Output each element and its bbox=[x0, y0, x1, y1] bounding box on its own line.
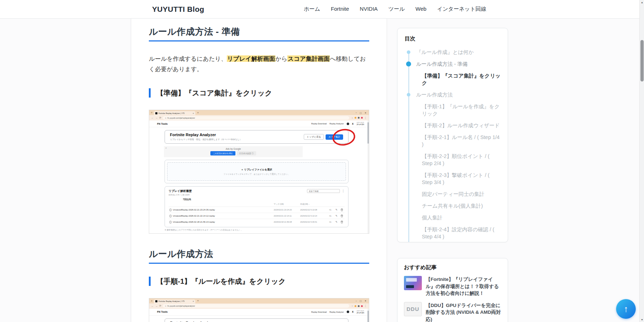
url-input[interactable]: ⊙ fn.yuyutti.com/ja/replayanalyzer bbox=[163, 116, 349, 120]
minimize-icon[interactable]: – bbox=[356, 300, 357, 302]
fn-tools-brand[interactable]: FN Tools bbox=[157, 311, 167, 313]
tab-close-icon[interactable]: × bbox=[192, 300, 194, 302]
history-menu-icon[interactable]: ⋮ bbox=[342, 189, 345, 193]
bookmark-icon[interactable]: ☆ bbox=[352, 305, 353, 307]
minimize-icon[interactable]: – bbox=[356, 112, 357, 114]
new-tab-icon[interactable]: + bbox=[197, 111, 199, 114]
forward-icon[interactable]: → bbox=[155, 305, 158, 307]
link-replay-download[interactable]: Replay Download bbox=[311, 123, 327, 125]
maximize-icon[interactable]: ▢ bbox=[360, 299, 362, 302]
page-scrollbar[interactable]: ▲ ▼ bbox=[639, 0, 644, 322]
delete-icon[interactable] bbox=[339, 208, 345, 212]
edit-icon[interactable]: ✎ bbox=[334, 221, 339, 223]
edit-icon[interactable]: ✎ bbox=[334, 214, 339, 217]
reload-icon[interactable]: ⟳ bbox=[159, 117, 161, 119]
maximize-icon[interactable]: ▢ bbox=[360, 112, 362, 114]
column-match-date[interactable]: マッチ日時 bbox=[274, 203, 300, 205]
nav-fortnite[interactable]: Fortnite bbox=[331, 6, 349, 13]
browser-tab[interactable]: Fortnite Replay Analyzer | YTI × bbox=[154, 111, 195, 115]
delete-icon[interactable] bbox=[339, 221, 345, 224]
forward-icon[interactable]: → bbox=[155, 117, 158, 119]
site-info-icon[interactable]: ⊙ bbox=[165, 305, 166, 307]
scrollbar-down-icon[interactable]: ▼ bbox=[640, 318, 644, 321]
language-toggle[interactable]: LANGUAGE JA ⇄ EN bbox=[356, 310, 364, 314]
delete-icon[interactable] bbox=[339, 214, 345, 218]
toc-item-individual[interactable]: 個人集計 bbox=[405, 214, 501, 221]
ad-settings-button[interactable]: 広告表示設定 ⓘ bbox=[237, 151, 256, 155]
page-scrollbar-thumb[interactable] bbox=[640, 40, 644, 81]
history-group-label: 7日以内 bbox=[183, 198, 345, 201]
history-search-input[interactable] bbox=[307, 189, 340, 193]
bookmark-icon[interactable]: ☆ bbox=[352, 117, 353, 119]
close-icon[interactable]: ✕ bbox=[365, 299, 366, 302]
embedded-scrollbar-thumb[interactable] bbox=[367, 122, 369, 144]
nav-web[interactable]: Web bbox=[415, 6, 426, 13]
toc-item-click-score[interactable]: 【準備】『スコア集計』をクリック bbox=[405, 72, 501, 86]
edit-icon[interactable]: ✎ bbox=[334, 208, 339, 211]
reload-icon[interactable]: ⟳ bbox=[159, 304, 161, 307]
toc-item-step1[interactable]: 【手順-1】『ルールを作成』をクリック bbox=[405, 103, 501, 117]
embedded-scrollbar[interactable] bbox=[367, 309, 369, 322]
subsection-step1-create-rule: 【手順-1】『ルールを作成』をクリック bbox=[149, 277, 369, 286]
nav-internet[interactable]: インターネット回線 bbox=[437, 6, 486, 13]
fn-tools-brand[interactable]: FN Tools bbox=[157, 123, 167, 125]
table-row[interactable]: UnsavedReplay-2026.02.21-23.24.35.replay… bbox=[169, 207, 345, 213]
toc-item-label: 【手順-2-2】順位ポイント / ( Step 2/4 ) bbox=[422, 153, 489, 166]
back-icon[interactable]: ← bbox=[151, 117, 154, 119]
browser-tab[interactable]: Fortnite Replay Analyzer | YTI × bbox=[154, 299, 195, 303]
blog-logo[interactable]: YUYUTTI Blog bbox=[152, 5, 204, 14]
nav-home[interactable]: ホーム bbox=[304, 6, 320, 13]
profile-avatar-icon[interactable] bbox=[361, 305, 363, 307]
toc-item-step2[interactable]: 【手順-2】ルール作成ウィザード bbox=[405, 122, 501, 129]
stop-ad-button[interactable]: この広告の表示を停止 bbox=[210, 151, 235, 155]
toc-item-step2-2[interactable]: 【手順-2-2】順位ポイント / ( Step 2/4 ) bbox=[405, 153, 501, 167]
link-replay-download[interactable]: Replay Download bbox=[311, 311, 327, 313]
link-replay-analyzer[interactable]: Replay Analyzer bbox=[330, 311, 344, 313]
tab-search-icon[interactable] bbox=[151, 112, 152, 113]
nav-nvidia[interactable]: NVIDIA bbox=[360, 6, 378, 13]
nav-tools[interactable]: ツール bbox=[389, 6, 405, 13]
score-aggregation-button[interactable]: スコア集計 bbox=[326, 134, 343, 140]
profile-avatar-icon[interactable] bbox=[361, 117, 363, 119]
scroll-to-top-button[interactable]: ↑ bbox=[616, 299, 636, 319]
site-info-icon[interactable]: ⊙ bbox=[165, 117, 166, 119]
toc-item-how-to[interactable]: ルール作成方法 bbox=[405, 91, 501, 98]
list-item[interactable]: 【Fortnite】『リプレイファイル』の保存場所とは！？取得する方法を初心者向… bbox=[404, 276, 501, 297]
toc-item-step2-3[interactable]: 【手順-2-3】撃破ポイント / ( Step 3/4 ) bbox=[405, 172, 501, 186]
table-row[interactable]: UnsavedReplay-2026.02.21-22.14.12.replay… bbox=[169, 213, 345, 219]
toc-item-fixed-party[interactable]: 固定パーティー同士の集計 bbox=[405, 190, 501, 198]
list-item[interactable]: DDU 【DDU】GPUドライバーを完全に削除する方法 (NVIDIA & AM… bbox=[404, 302, 501, 322]
extension-icon[interactable] bbox=[355, 305, 356, 307]
link-replay-analyzer[interactable]: Replay Analyzer bbox=[330, 123, 344, 125]
toc-item-step2-4[interactable]: 【手順-2-4】設定内容の確認 / ( Step 4/4 ) bbox=[405, 226, 501, 240]
close-icon[interactable]: ✕ bbox=[365, 112, 366, 114]
new-tab-icon[interactable]: + bbox=[197, 299, 199, 302]
toc-item-what-is-rule[interactable]: 『ルール作成』とは何か bbox=[405, 49, 501, 56]
embedded-scrollbar-thumb[interactable] bbox=[367, 311, 369, 322]
replay-file-name: UnsavedReplay-2026.02.21-23.24.35.replay bbox=[173, 209, 215, 211]
extension-icon[interactable] bbox=[355, 117, 356, 119]
extension-icon[interactable] bbox=[358, 305, 360, 307]
github-icon[interactable] bbox=[347, 311, 349, 313]
language-toggle[interactable]: LANGUAGE JA ⇄ EN bbox=[356, 122, 364, 125]
scrollbar-up-icon[interactable]: ▲ bbox=[640, 1, 644, 4]
ad-close-icon[interactable]: ✕ bbox=[165, 147, 167, 149]
back-icon[interactable]: ← bbox=[151, 305, 154, 307]
toc-item-preparation[interactable]: ルール作成方法 - 準備 bbox=[405, 60, 501, 68]
browser-menu-icon[interactable]: ⋮ bbox=[364, 304, 367, 307]
replay-dropzone[interactable]: ＋ リプレイファイルを選択 ファイルをドラッグ＆ドロップ、またはクリックして選択… bbox=[167, 162, 346, 181]
column-created-date[interactable]: 作成日時 ↓ bbox=[300, 203, 327, 205]
tab-search-icon[interactable] bbox=[151, 300, 152, 302]
browser-menu-icon[interactable]: ⋮ bbox=[364, 117, 367, 119]
extension-icon[interactable] bbox=[358, 117, 360, 119]
back-to-top-button[interactable]: トップに戻る bbox=[304, 134, 324, 140]
tab-close-icon[interactable]: × bbox=[192, 112, 194, 114]
table-row[interactable]: UnsavedReplay-2026.02.18-21.56.14.replay… bbox=[169, 219, 345, 225]
toc-item-step2-1[interactable]: 【手順-2-1】ルール名 / ( Step 1/4 ) bbox=[405, 134, 501, 148]
toc-item-team-shared-kill[interactable]: チーム共有キル(個人集計) bbox=[405, 202, 501, 209]
github-icon[interactable] bbox=[347, 123, 349, 125]
x-twitter-icon[interactable]: X bbox=[352, 123, 353, 125]
x-twitter-icon[interactable]: X bbox=[352, 311, 353, 313]
embedded-scrollbar[interactable] bbox=[367, 120, 369, 233]
url-input[interactable]: ⊙ fn.yuyutti.com/ja/replayanalyzer bbox=[163, 304, 349, 308]
